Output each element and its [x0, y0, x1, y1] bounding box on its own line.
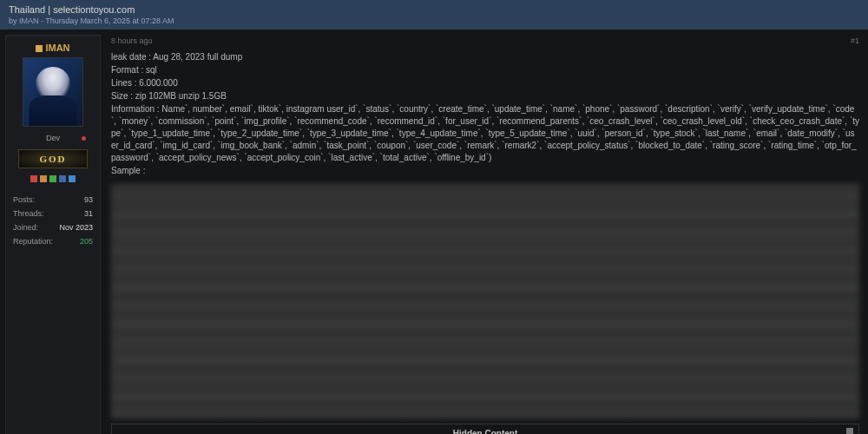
stat-value[interactable]: 205: [80, 237, 93, 246]
stat-value: 31: [84, 209, 93, 218]
author-stats: Posts:93 Threads:31 Joined:Nov 2023 Repu…: [13, 193, 93, 248]
post-meta: 8 hours ago #1: [108, 35, 863, 47]
stat-label: Posts:: [13, 195, 35, 204]
author-avatar[interactable]: [23, 57, 83, 127]
stat-value: Nov 2023: [59, 223, 93, 232]
stat-label: Joined:: [13, 223, 38, 232]
post-time-ago: 8 hours ago: [111, 36, 153, 45]
sample-line: Sample :: [111, 165, 859, 177]
size-line: Size : zip 102MB unzip 1.5GB: [111, 90, 859, 102]
hidden-content-title: Hidden Content: [115, 428, 855, 434]
badge-icon: [69, 175, 76, 182]
post-content: 8 hours ago #1 leak date : Aug 28, 2023 …: [108, 35, 863, 434]
badge-icon: [59, 175, 66, 182]
leak-date-line: leak date : Aug 28, 2023 full dump: [111, 51, 859, 63]
lines-count-line: Lines : 6.000.000: [111, 77, 859, 89]
author-sidebar: IMAN Dev GOD Posts:93 Threads:31 Joined:…: [5, 35, 101, 434]
thread-byline: by IMAN - Thursday March 6, 2025 at 07:2…: [9, 16, 859, 25]
hidden-content-section: Hidden Content Unlock for 8 credits: [111, 424, 859, 434]
author-link[interactable]: IMAN: [19, 16, 39, 25]
collapse-icon[interactable]: [846, 428, 853, 434]
author-role: Dev: [13, 134, 93, 142]
stat-label: Threads:: [13, 209, 44, 218]
post-date: Thursday March 6, 2025 at 07:28 AM: [45, 16, 174, 25]
blurred-sample-content: [111, 184, 859, 418]
thread-title: Thailand | selectiontoyou.com: [9, 4, 859, 15]
information-line: Information : Name`, number`, email`, ti…: [111, 103, 859, 164]
post-number[interactable]: #1: [851, 36, 859, 45]
author-username[interactable]: IMAN: [13, 43, 93, 53]
thread-header: Thailand | selectiontoyou.com by IMAN - …: [0, 0, 868, 30]
format-line: Format : sql: [111, 64, 859, 76]
stat-value: 93: [84, 195, 93, 204]
post-body: leak date : Aug 28, 2023 full dump Forma…: [108, 47, 863, 434]
author-rank-badge: GOD: [18, 149, 88, 168]
author-badges: [13, 175, 93, 182]
badge-icon: [40, 175, 47, 182]
badge-icon: [49, 175, 56, 182]
badge-icon: [30, 175, 37, 182]
stat-label: Reputation:: [13, 237, 53, 246]
